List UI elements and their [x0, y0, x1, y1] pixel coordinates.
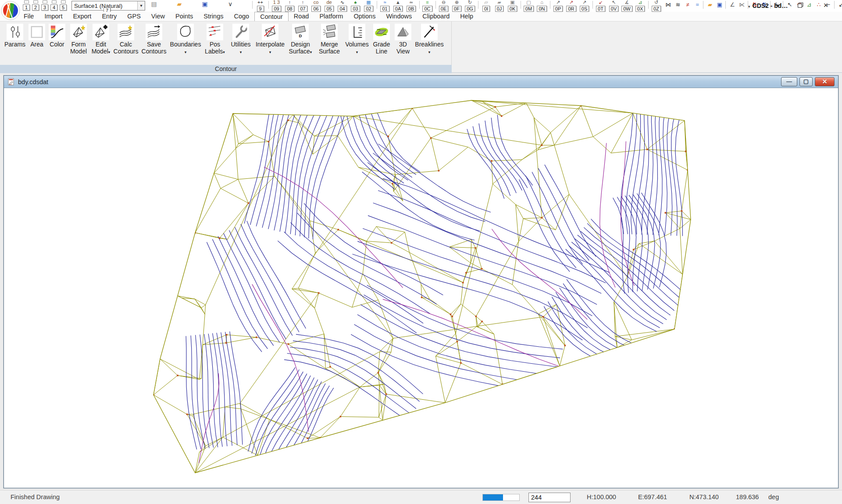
toolbar-button-0J[interactable]: ▰0J	[493, 0, 505, 12]
toolbar-button-08[interactable]: ↑08	[284, 0, 296, 12]
menu-tab-strings[interactable]: Strings	[198, 12, 228, 21]
menu-tab-view[interactable]: View	[146, 12, 170, 21]
ribbon-button-merge-surface[interactable]: MergeSurface	[315, 22, 344, 64]
keytip-badge: 07	[298, 6, 307, 12]
qat-mini-button[interactable]: 1	[22, 0, 31, 11]
toolbar-button-0E[interactable]: ⊖0E	[438, 0, 450, 12]
menu-tab-contour[interactable]: Contour	[254, 12, 289, 21]
counter-field[interactable]: 244	[528, 493, 571, 502]
status-angle: 189.636	[736, 493, 759, 500]
save-icon[interactable]: ▣	[200, 1, 209, 7]
ribbon-button-area[interactable]: Area	[27, 22, 46, 64]
ribbon-button-breaklines[interactable]: Breaklines▾	[413, 22, 446, 64]
toolbar-button-0C[interactable]: ≡0C	[421, 0, 433, 12]
menu-tab-options[interactable]: Options	[348, 12, 381, 21]
qat-mini-icon	[43, 0, 47, 4]
offset-tool-icon[interactable]: ↙	[836, 0, 842, 9]
section-icon[interactable]: ⋉	[737, 0, 747, 9]
toolbar-button-09[interactable]: 1 309	[271, 0, 282, 12]
menu-tab-entry[interactable]: Entry	[96, 12, 122, 21]
ribbon-button-edit-model[interactable]: EditModel▾	[89, 22, 112, 64]
qat-mini-button[interactable]: 5	[59, 0, 68, 11]
crossings-icon[interactable]: ≠	[683, 0, 692, 9]
ribbon-button-3d-view[interactable]: 3DView	[393, 22, 413, 64]
ribbon-button-save-contours[interactable]: SaveContours	[139, 22, 168, 64]
ribbon-button-utilities[interactable]: Utilities▾	[227, 22, 254, 64]
toolbar-button-04[interactable]: ∿04	[336, 0, 348, 12]
multi-strings-icon[interactable]: ≋	[673, 0, 683, 9]
toolbar-button-0F[interactable]: ⊕0F	[451, 0, 463, 12]
status-height: H:100.000	[587, 493, 616, 500]
toolbar-button-0W[interactable]: ∡0W	[621, 0, 633, 12]
toolbar-button-0V[interactable]: ↖0V	[608, 0, 620, 12]
document-titlebar[interactable]: bdy.cdsdat — ▢ ✕	[4, 76, 838, 88]
close-button[interactable]: ×	[819, 1, 832, 11]
toolbar-button-05[interactable]: de05	[323, 0, 335, 12]
collapse-chevron-icon[interactable]: ∨	[226, 1, 235, 7]
menu-tab-clipboard[interactable]: Clipboard	[417, 12, 455, 21]
document-minimize-button[interactable]: —	[781, 77, 797, 86]
toolbar-button-0B[interactable]: ≃0B	[405, 0, 417, 12]
toolbar-button-03[interactable]: ♠03	[350, 0, 361, 12]
keytip-badge: 1	[23, 4, 30, 11]
toolbar-button-0G[interactable]: ↻0G	[464, 0, 476, 12]
surface-combo-slot: Surface1 (Natural)▾7	[68, 0, 150, 11]
qat-mini-button[interactable]: 4	[50, 0, 58, 11]
ribbon-button-color[interactable]: Color	[46, 22, 68, 64]
toolbar-button-9[interactable]: ++9	[254, 0, 266, 12]
app-logo-icon[interactable]	[1, 1, 20, 20]
document-maximize-button[interactable]: ▢	[799, 77, 813, 86]
boundaries-icon	[177, 24, 194, 40]
menu-tab-help[interactable]: Help	[455, 12, 478, 21]
menu-tab-export[interactable]: Export	[68, 12, 96, 21]
document-close-button[interactable]: ✕	[815, 77, 835, 86]
title-caret-icon[interactable]: ▾	[748, 4, 750, 9]
open-job-icon[interactable]: ▰	[705, 0, 715, 9]
ribbon-button-pos-labels[interactable]: PosLabels▾	[203, 22, 227, 64]
ribbon-button-volumes[interactable]: Volumes▾	[344, 22, 370, 64]
toolbar-button-0A[interactable]: ▲0A	[392, 0, 404, 12]
save-job-icon[interactable]: ▣	[715, 0, 724, 9]
ribbon-button-interpolate[interactable]: Interpolate▾	[254, 22, 286, 64]
open-folder-icon[interactable]: ▰	[175, 1, 184, 7]
new-document-icon[interactable]: ▤	[150, 1, 158, 7]
menu-tab-platform[interactable]: Platform	[314, 12, 348, 21]
toolbar-button-0S[interactable]: ↗0S	[578, 0, 590, 12]
menu-tab-windows[interactable]: Windows	[381, 12, 417, 21]
restore-button[interactable]	[794, 1, 807, 11]
qat-mini-button[interactable]: 2	[31, 0, 40, 11]
ribbon-button-grade-line[interactable]: GradeLine	[370, 22, 393, 64]
surface-selector[interactable]: Surface1 (Natural)▾7	[71, 1, 145, 11]
toolbar-button-0R[interactable]: ↗0R	[565, 0, 577, 12]
status-message: Finished Drawing	[11, 493, 60, 500]
toolbar-button-0K[interactable]: ▣0K	[507, 0, 518, 12]
toolbar-button-0P[interactable]: ↗0P	[552, 0, 564, 12]
ribbon-button-boundaries[interactable]: Boundaries▾	[168, 22, 203, 64]
ribbon-button-params[interactable]: Params	[3, 22, 27, 64]
trim-strings-icon[interactable]: ⋈	[664, 0, 673, 9]
ribbon-button-calc-contours[interactable]: CalcContours	[112, 22, 139, 64]
ribbon-button-form-model[interactable]: FormModel	[68, 22, 89, 64]
toolbar-button-0X[interactable]: ⊿0X	[634, 0, 646, 12]
menu-tab-cogo[interactable]: Cogo	[228, 12, 254, 21]
menu-tab-file[interactable]: File	[18, 12, 39, 21]
menu-tab-road[interactable]: Road	[289, 12, 314, 21]
drawing-canvas[interactable]	[4, 88, 838, 488]
toolbar-button-0Z[interactable]: ↺0Z	[650, 0, 662, 12]
menu-tab-gps[interactable]: GPS	[122, 12, 146, 21]
toolbar-button-0M[interactable]: ▢0M	[523, 0, 535, 12]
toolbar-button-02[interactable]: ▦02	[363, 0, 375, 12]
menu-tab-points[interactable]: Points	[170, 12, 198, 21]
toolbar-button-0N[interactable]: ⌂0N	[536, 0, 548, 12]
toolbar-button-07[interactable]: ↑07	[297, 0, 309, 12]
toolbar-button-01[interactable]: ≈01	[379, 0, 391, 12]
toolbar-button-06[interactable]: co06	[310, 0, 322, 12]
progress-bar	[482, 494, 520, 501]
toolbar-button-0I[interactable]: ▱0I	[480, 0, 492, 12]
qat-mini-button[interactable]: 3	[40, 0, 49, 11]
water-flow-icon[interactable]: ≈	[692, 0, 702, 9]
ribbon-button-design-surface[interactable]: DDesignSurface▾	[286, 22, 315, 64]
profile-icon[interactable]: ∠	[728, 0, 737, 9]
toolbar-button-0T[interactable]: ↙0T	[595, 0, 607, 12]
menu-tab-import[interactable]: Import	[39, 12, 68, 21]
